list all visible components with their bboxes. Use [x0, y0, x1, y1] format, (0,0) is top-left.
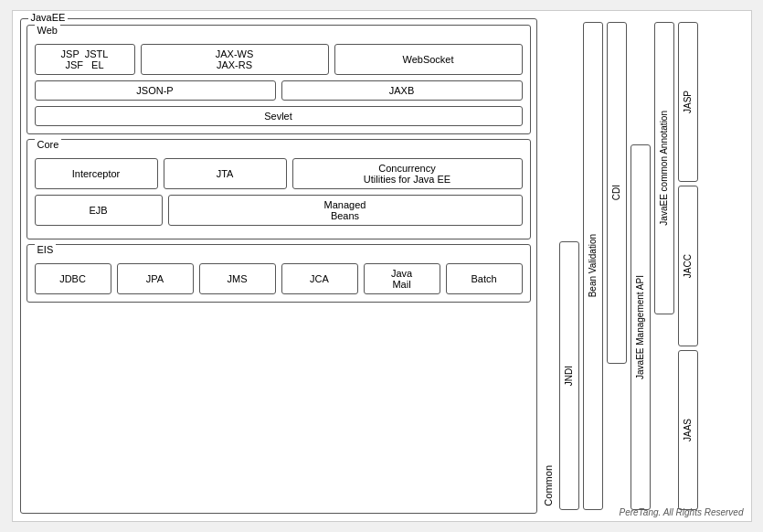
jaas-bar: JAAS [678, 350, 698, 510]
eis-comp-jms: JMS [199, 263, 276, 294]
web-label: Web [35, 25, 60, 36]
jasp-label: JASP [683, 90, 694, 113]
javaeemgmt-wrapper: JavaEE Management API [631, 22, 651, 510]
jacc-label: JACC [683, 254, 694, 278]
web-comp-jsonp: JSON-P [35, 80, 276, 101]
web-comp-websocket: WebSocket [334, 44, 523, 75]
eis-jpa-text: JPA [146, 273, 164, 284]
eis-comp-jdbc: JDBC [35, 263, 111, 294]
web-jsonp-text: JSON-P [136, 85, 173, 96]
cdi-label: CDI [611, 185, 622, 200]
core-comp-concurrency: ConcurrencyUtilities for Java EE [292, 158, 523, 189]
eis-row-1: JDBC JPA JMS JCA JavaMail Batc [35, 263, 523, 294]
jndi-wrapper: JNDI [559, 22, 579, 510]
web-comp-jaxws: JAX-WSJAX-RS [141, 44, 329, 75]
eis-javamail-text: JavaMail [391, 268, 412, 290]
web-comp-jspgroup: JSP JSTLJSF EL [35, 44, 135, 75]
annotation-wrapper: JavaEE common Annotation [654, 22, 674, 510]
annotation-bar: JavaEE common Annotation [654, 22, 674, 314]
jasp-bar: JASP [678, 22, 698, 182]
jndi-label: JNDI [564, 366, 575, 386]
eis-comp-jca: JCA [281, 263, 358, 294]
jndi-bar: JNDI [559, 241, 579, 510]
jaas-label: JAAS [683, 419, 694, 442]
bean-validation-bar: Bean Validation [583, 22, 603, 510]
cdi-wrapper: CDI [607, 22, 627, 510]
eis-jms-text: JMS [228, 273, 248, 284]
core-jta-text: JTA [217, 168, 234, 179]
web-row-3: Sevlet [35, 106, 523, 126]
right-content: Common JNDI Bean Validation CDI [543, 18, 744, 514]
bean-validation-wrapper: Bean Validation [583, 22, 603, 510]
web-comp-jaxb: JAXB [281, 80, 523, 101]
web-jaxws-text: JAX-WSJAX-RS [216, 48, 254, 70]
web-jspgroup-text: JSP JSTLJSF EL [61, 48, 109, 70]
core-ejb-text: EJB [89, 205, 107, 216]
common-label-wrapper: Common [543, 22, 554, 510]
eis-comp-javamail: JavaMail [364, 263, 440, 294]
web-row-2: JSON-P JAXB [35, 80, 523, 101]
web-websocket-text: WebSocket [402, 54, 453, 65]
javaeemgmt-label: JavaEE Management API [635, 275, 646, 379]
bean-validation-label: Bean Validation [588, 234, 599, 297]
javaeee-label: JavaEE [28, 12, 69, 23]
javaeemgmt-bar: JavaEE Management API [631, 144, 651, 511]
core-comp-jta: JTA [164, 158, 287, 189]
core-concurrency-text: ConcurrencyUtilities for Java EE [364, 163, 450, 185]
eis-batch-text: Batch [471, 273, 496, 284]
core-managed-beans-text: ManagedBeans [324, 199, 366, 221]
web-jaxb-text: JAXB [389, 85, 415, 96]
core-section: Core Interceptor JTA ConcurrencyUtilitie… [26, 139, 531, 239]
footer: PereTang. All Rights Reserved [620, 507, 744, 517]
eis-section: EIS JDBC JPA JMS JCA JavaMail [26, 244, 531, 303]
core-interceptor-text: Interceptor [72, 168, 121, 179]
jacc-bar: JACC [678, 186, 698, 346]
core-row-2: EJB ManagedBeans [35, 195, 523, 226]
web-comp-servlet: Sevlet [35, 106, 523, 126]
web-row-1: JSP JSTLJSF EL JAX-WSJAX-RS WebSocket [35, 44, 523, 75]
main-container: JavaEE Web JSP JSTLJSF EL JAX-WSJAX-RS W… [12, 10, 752, 522]
cdi-bar: CDI [607, 22, 627, 364]
right-stack: JASP JACC JAAS [678, 22, 698, 510]
eis-comp-batch: Batch [446, 263, 523, 294]
left-panel: JavaEE Web JSP JSTLJSF EL JAX-WSJAX-RS W… [20, 18, 537, 514]
javaeee-outer-box: JavaEE Web JSP JSTLJSF EL JAX-WSJAX-RS W… [20, 18, 537, 514]
eis-comp-jpa: JPA [117, 263, 194, 294]
core-comp-managed-beans: ManagedBeans [168, 195, 523, 226]
eis-label: EIS [35, 244, 57, 255]
annotation-label: JavaEE common Annotation [659, 111, 670, 226]
right-panel: Common JNDI Bean Validation CDI [543, 18, 744, 514]
core-comp-ejb: EJB [35, 195, 163, 226]
core-row-1: Interceptor JTA ConcurrencyUtilities for… [35, 158, 523, 189]
eis-jdbc-text: JDBC [59, 273, 86, 284]
web-servlet-text: Sevlet [264, 111, 292, 122]
core-label: Core [35, 139, 62, 150]
core-comp-interceptor: Interceptor [35, 158, 158, 189]
eis-jca-text: JCA [310, 273, 329, 284]
web-section: Web JSP JSTLJSF EL JAX-WSJAX-RS WebSocke… [26, 25, 531, 134]
common-label: Common [543, 465, 554, 506]
